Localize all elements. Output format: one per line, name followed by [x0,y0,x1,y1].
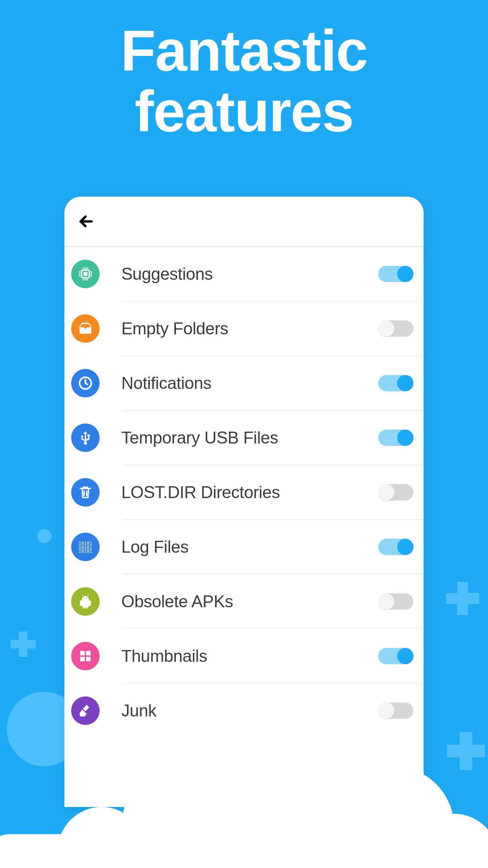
toggle-suggestions[interactable] [378,266,413,282]
binary-icon: 101011010110101 [71,533,100,561]
chip-icon [71,260,100,288]
svg-point-6 [84,598,85,599]
setting-label: LOST.DIR Directories [121,482,378,502]
arrow-left-icon [78,213,94,230]
toggle-notifications[interactable] [378,375,413,391]
toggle-empty-folders[interactable] [378,320,413,337]
toggle-log-files[interactable] [378,539,413,555]
svg-rect-9 [86,651,90,655]
setting-row-suggestions[interactable]: Suggestions [64,247,424,301]
deco-plus-icon [441,726,488,776]
svg-rect-1 [83,272,87,276]
setting-row-junk[interactable]: Junk [64,684,424,738]
setting-row-temp-usb[interactable]: Temporary USB Files [64,411,424,465]
toggle-thumbnails[interactable] [378,648,413,664]
settings-list: Suggestions Empty Folders Notifications [64,247,424,738]
promo-stage: Fantastic features Suggestions [0,0,488,868]
grid-icon [71,642,100,670]
svg-rect-10 [80,657,85,661]
setting-row-log-files[interactable]: 101011010110101 Log Files [64,520,424,574]
setting-label: Temporary USB Files [121,428,378,448]
toggle-junk[interactable] [378,703,413,719]
settings-screen: Suggestions Empty Folders Notifications [64,197,424,807]
clock-icon [71,369,100,397]
android-icon [71,587,100,616]
svg-rect-8 [80,651,85,655]
toggle-lost-dir[interactable] [378,484,413,500]
svg-rect-11 [86,657,90,661]
deco-dot [37,529,52,543]
setting-label: Obsolete APKs [121,592,378,611]
setting-label: Notifications [121,373,378,393]
svg-text:10101: 10101 [79,549,92,554]
svg-point-7 [86,598,87,599]
setting-row-obsolete-apks[interactable]: Obsolete APKs [64,574,424,629]
headline: Fantastic features [0,20,488,141]
deco-plus-icon [441,576,485,620]
broom-icon [71,696,100,725]
app-header [64,197,424,247]
back-button[interactable] [76,211,96,232]
setting-label: Log Files [121,537,378,557]
headline-line1: Fantastic [0,20,488,81]
trash-icon [71,478,100,507]
setting-row-lost-dir[interactable]: LOST.DIR Directories [64,465,424,519]
toggle-obsolete-apks[interactable] [378,593,413,610]
usb-icon [71,423,100,452]
setting-label: Suggestions [121,264,378,284]
setting-label: Empty Folders [121,319,378,338]
setting-label: Junk [121,701,378,721]
setting-row-notifications[interactable]: Notifications [64,356,424,410]
setting-label: Thumbnails [121,646,378,666]
setting-row-thumbnails[interactable]: Thumbnails [64,629,424,683]
headline-line2: features [0,81,488,142]
deco-plus-icon [6,627,40,661]
setting-row-empty-folders[interactable]: Empty Folders [64,301,424,356]
toggle-temp-usb[interactable] [378,430,413,446]
inbox-icon [71,314,100,343]
